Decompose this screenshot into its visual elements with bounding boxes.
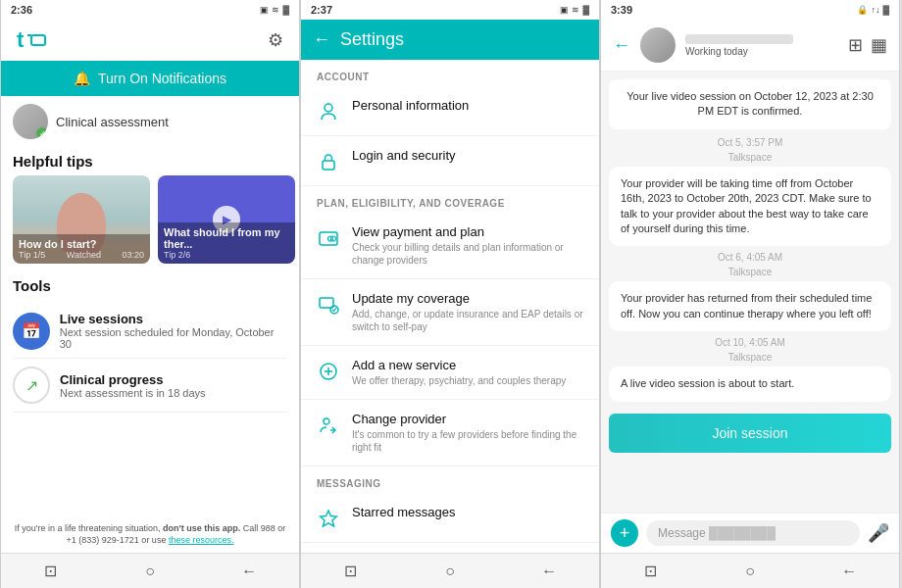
add-attachment-button[interactable]: + — [611, 519, 638, 547]
svg-rect-3 — [323, 161, 334, 170]
nav-back-2[interactable]: ← — [539, 562, 559, 581]
microphone-button[interactable]: 🎤 — [868, 522, 889, 544]
join-session-button[interactable]: Join session — [609, 414, 891, 453]
avatar: ✓ — [13, 104, 48, 139]
personal-info-item[interactable]: Personal information — [301, 86, 599, 136]
back-button-3[interactable]: ← — [613, 35, 630, 56]
nav-icon-1[interactable]: ⊡ — [41, 562, 61, 581]
tip-card-1[interactable]: How do I start? Tip 1/5 Watched 03:20 — [13, 175, 150, 264]
nav-icon-5[interactable]: ⊡ — [641, 562, 661, 581]
data-icon: ↑↓ — [871, 5, 879, 15]
tool-live-sessions[interactable]: 📅 Live sessions Next session scheduled f… — [13, 304, 287, 359]
chat-content: Your live video session on October 12, 2… — [601, 72, 899, 513]
message-input[interactable]: Message ████████ — [646, 520, 860, 546]
nav-bar-1: ⊡ ○ ← — [1, 553, 299, 588]
change-provider-title: Change provider — [352, 412, 583, 426]
progress-icon: ↗ — [13, 367, 50, 404]
lock-icon — [317, 150, 340, 173]
plan-section-label: PLAN, ELIGIBILITY, AND COVERAGE — [301, 186, 599, 213]
view-payment-title: View payment and plan — [352, 224, 583, 239]
update-coverage-title: Update my coverage — [352, 291, 583, 306]
tools-title: Tools — [1, 271, 299, 300]
tip-card-overlay-1: How do I start? Tip 1/5 Watched 03:20 — [13, 234, 150, 264]
nav-icon-4[interactable]: ○ — [440, 562, 460, 581]
phone-screen-1: 2:36 ▣ ≋ ▓ t ⚙ 🔔 Turn On Notifications ✓… — [0, 0, 300, 588]
nav-back-3[interactable]: ← — [839, 562, 859, 581]
nav-back-1[interactable]: ← — [239, 562, 259, 581]
nav-icon-2[interactable]: ○ — [140, 562, 160, 581]
change-provider-icon — [317, 414, 340, 437]
timestamp-3: Oct 10, 4:05 AM — [609, 337, 891, 348]
coverage-icon — [317, 293, 340, 317]
status-bar-1: 2:36 ▣ ≋ ▓ — [1, 0, 299, 20]
clinical-progress-sub: Next assessment is in 18 days — [60, 387, 206, 399]
view-payment-item[interactable]: View payment and plan Check your billing… — [301, 213, 599, 279]
status-bar-2: 2:37 ▣ ≋ ▓ — [301, 0, 599, 20]
status-bar-3: 3:39 🔒 ↑↓ ▓ — [601, 0, 899, 20]
timestamp-2: Oct 6, 4:05 AM — [609, 252, 891, 263]
change-provider-desc: It's common to try a few providers befor… — [352, 428, 583, 454]
star-icon — [317, 507, 340, 530]
svg-marker-14 — [321, 511, 337, 526]
tools-section: 📅 Live sessions Next session scheduled f… — [1, 300, 299, 416]
back-button-2[interactable]: ← — [313, 29, 330, 50]
starred-messages-title: Starred messages — [352, 505, 456, 519]
bell-icon: 🔔 — [74, 71, 90, 86]
payment-icon — [317, 226, 340, 250]
nav-icon-6[interactable]: ○ — [740, 562, 760, 581]
emergency-footer: If you're in a life threatening situatio… — [1, 516, 299, 553]
phone-screen-2: 2:37 ▣ ≋ ▓ ← Settings ACCOUNT Personal i… — [300, 0, 600, 588]
update-coverage-item[interactable]: Update my coverage Add, change, or updat… — [301, 279, 599, 346]
starred-messages-item[interactable]: Starred messages — [301, 493, 599, 543]
account-section-label: ACCOUNT — [301, 60, 599, 86]
live-sessions-title: Live sessions — [60, 312, 287, 326]
svg-point-12 — [324, 418, 329, 424]
chat-input-row: + Message ████████ 🎤 — [601, 513, 899, 553]
chat-message-3: A live video session is about to start. — [609, 367, 891, 401]
battery-icon: ▓ — [282, 5, 289, 15]
tip-card-meta-1: Tip 1/5 Watched 03:20 — [19, 250, 144, 260]
login-security-item[interactable]: Login and security — [301, 136, 599, 186]
lock-status-icon: 🔒 — [857, 5, 868, 15]
add-service-title: Add a new service — [352, 358, 566, 372]
change-provider-item[interactable]: Change provider It's common to try a few… — [301, 400, 599, 466]
qr-icon[interactable]: ▦ — [871, 34, 887, 56]
add-service-icon — [317, 360, 340, 383]
app-logo: t — [17, 27, 49, 53]
emergency-link[interactable]: these resources. — [169, 535, 234, 545]
status-icons-2: ▣ ≋ ▓ — [560, 5, 589, 15]
profile-label: Clinical assessment — [56, 115, 169, 129]
add-service-item[interactable]: Add a new service We offer therapy, psyc… — [301, 346, 599, 400]
status-icons-3: 🔒 ↑↓ ▓ — [857, 5, 889, 15]
tip-card-meta-2: Tip 2/6 — [164, 250, 289, 260]
nav-icon-3[interactable]: ⊡ — [341, 562, 361, 581]
tip-card-title-2: What should I from my ther... — [164, 226, 289, 250]
calendar-icon: 📅 — [13, 313, 50, 350]
settings-title: Settings — [340, 29, 404, 50]
settings-icon[interactable]: ⚙ — [268, 29, 283, 51]
grid-icon[interactable]: ⊞ — [848, 34, 863, 56]
live-sessions-sub: Next session scheduled for Monday, Octob… — [60, 326, 287, 350]
update-coverage-desc: Add, change, or update insurance and EAP… — [352, 308, 583, 333]
tip-card-2[interactable]: ▶ What should I from my ther... Tip 2/6 — [158, 175, 295, 264]
signal-icon: ▣ — [260, 5, 269, 15]
verified-badge: ✓ — [36, 127, 48, 139]
tool-clinical-progress[interactable]: ↗ Clinical progress Next assessment is i… — [13, 359, 287, 413]
signal-icon-2: ▣ — [560, 5, 569, 15]
message-placeholder: Message — [658, 526, 706, 540]
sender-label-2: Talkspace — [609, 267, 891, 277]
battery-icon-2: ▓ — [582, 5, 589, 15]
nav-bar-3: ⊡ ○ ← — [601, 553, 899, 588]
status-icons-1: ▣ ≋ ▓ — [260, 5, 289, 15]
chat-header-icons: ⊞ ▦ — [848, 34, 887, 56]
view-payment-desc: Check your billing details and plan info… — [352, 241, 583, 267]
provider-name-area: Working today — [685, 34, 838, 57]
logo-icon — [27, 31, 49, 49]
notification-banner[interactable]: 🔔 Turn On Notifications — [1, 61, 299, 96]
person-icon — [317, 100, 340, 123]
chat-message-1: Your provider will be taking time off fr… — [609, 167, 891, 247]
helpful-tips-title: Helpful tips — [1, 147, 299, 175]
timestamp-1: Oct 5, 3:57 PM — [609, 137, 891, 148]
svg-point-2 — [325, 104, 332, 112]
svg-rect-0 — [31, 35, 45, 45]
